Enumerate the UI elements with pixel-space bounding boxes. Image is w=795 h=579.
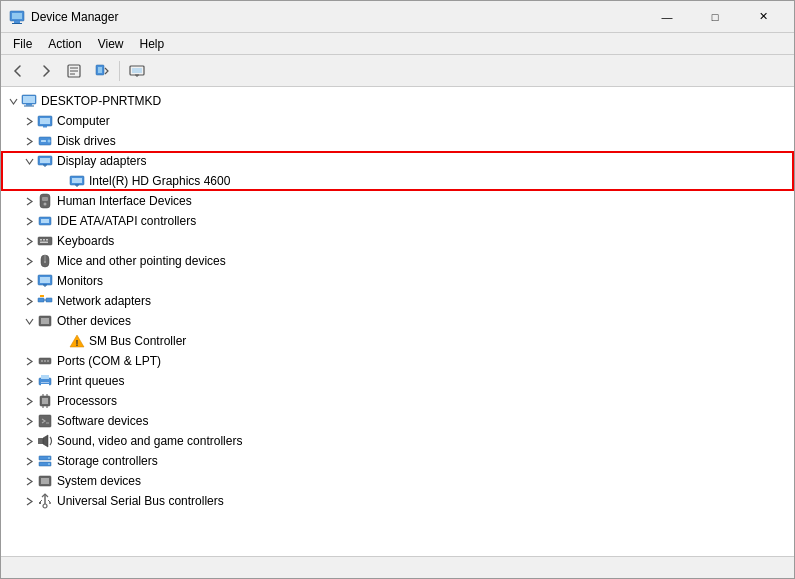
print-queues-label: Print queues (57, 374, 124, 388)
toggle-hid[interactable] (21, 193, 37, 209)
svg-point-58 (41, 360, 43, 362)
menu-file[interactable]: File (5, 33, 40, 54)
ports-label: Ports (COM & LPT) (57, 354, 161, 368)
display-view-button[interactable] (124, 58, 150, 84)
monitor-icon (37, 273, 53, 289)
svg-rect-38 (40, 239, 42, 241)
tree-item-computer[interactable]: Computer (1, 111, 794, 131)
hid-icon (37, 193, 53, 209)
tree-root[interactable]: DESKTOP-PNRTMKD (1, 91, 794, 111)
toggle-disk-drives[interactable] (21, 133, 37, 149)
menu-view[interactable]: View (90, 33, 132, 54)
toggle-root[interactable] (5, 93, 21, 109)
tree-item-ports[interactable]: Ports (COM & LPT) (1, 351, 794, 371)
toggle-mice[interactable] (21, 253, 37, 269)
tree-item-monitors[interactable]: Monitors (1, 271, 794, 291)
network-icon (37, 293, 53, 309)
tree-item-print-queues[interactable]: Print queues (1, 371, 794, 391)
close-button[interactable]: ✕ (740, 1, 786, 33)
system-icon (37, 473, 53, 489)
back-icon (10, 63, 26, 79)
svg-rect-25 (40, 158, 50, 163)
device-manager-window: Device Manager — □ ✕ File Action View He… (0, 0, 795, 579)
toggle-other-devices[interactable] (21, 313, 37, 329)
window-controls: — □ ✕ (644, 1, 786, 33)
device-tree[interactable]: DESKTOP-PNRTMKD Computer (1, 87, 794, 556)
svg-rect-54 (41, 318, 49, 324)
toggle-storage[interactable] (21, 453, 37, 469)
svg-rect-17 (24, 106, 34, 107)
ports-icon (37, 353, 53, 369)
tree-item-intel-graphics[interactable]: Intel(R) HD Graphics 4600 (1, 171, 794, 191)
tree-item-mice[interactable]: Mice and other pointing devices (1, 251, 794, 271)
svg-point-76 (48, 457, 50, 459)
keyboard-icon (37, 233, 53, 249)
svg-rect-33 (42, 197, 48, 201)
minimize-button[interactable]: — (644, 1, 690, 33)
main-content: DESKTOP-PNRTMKD Computer (1, 87, 794, 556)
svg-rect-46 (40, 277, 50, 283)
svg-rect-11 (132, 68, 142, 73)
svg-rect-41 (40, 242, 48, 244)
properties-button[interactable] (61, 58, 87, 84)
tree-item-keyboards[interactable]: Keyboards (1, 231, 794, 251)
tree-item-network[interactable]: Network adapters (1, 291, 794, 311)
svg-rect-1 (12, 13, 22, 19)
software-icon (37, 413, 53, 429)
toggle-monitors[interactable] (21, 273, 37, 289)
tree-item-usb[interactable]: Universal Serial Bus controllers (1, 491, 794, 511)
title-bar: Device Manager — □ ✕ (1, 1, 794, 33)
toggle-display-adapters[interactable] (21, 153, 37, 169)
tree-item-ide[interactable]: IDE ATA/ATAPI controllers (1, 211, 794, 231)
tree-item-disk-drives[interactable]: Disk drives (1, 131, 794, 151)
svg-text:!: ! (76, 338, 79, 348)
svg-point-22 (48, 140, 51, 143)
maximize-button[interactable]: □ (692, 1, 738, 33)
svg-rect-19 (40, 118, 50, 124)
toggle-system[interactable] (21, 473, 37, 489)
svg-rect-40 (46, 239, 48, 241)
tree-item-hid[interactable]: Human Interface Devices (1, 191, 794, 211)
svg-line-83 (48, 500, 50, 502)
keyboards-label: Keyboards (57, 234, 114, 248)
toggle-ide[interactable] (21, 213, 37, 229)
sm-bus-label: SM Bus Controller (89, 334, 186, 348)
status-bar (1, 556, 794, 578)
menu-help[interactable]: Help (132, 33, 173, 54)
toggle-processors[interactable] (21, 393, 37, 409)
ide-icon (37, 213, 53, 229)
warning-icon: ! (69, 333, 85, 349)
menu-action[interactable]: Action (40, 33, 89, 54)
usb-icon (37, 493, 53, 509)
disk-drives-label: Disk drives (57, 134, 116, 148)
tree-item-processors[interactable]: Processors (1, 391, 794, 411)
root-label: DESKTOP-PNRTMKD (41, 94, 161, 108)
toggle-computer[interactable] (21, 113, 37, 129)
svg-rect-50 (46, 298, 52, 302)
tree-item-sound[interactable]: Sound, video and game controllers (1, 431, 794, 451)
back-button[interactable] (5, 58, 31, 84)
tree-item-software-devices[interactable]: Software devices (1, 411, 794, 431)
storage-label: Storage controllers (57, 454, 158, 468)
svg-rect-36 (41, 219, 49, 223)
tree-item-sm-bus[interactable]: ! SM Bus Controller (1, 331, 794, 351)
tree-item-other-devices[interactable]: Other devices (1, 311, 794, 331)
display-adapters-label: Display adapters (57, 154, 146, 168)
tree-item-storage[interactable]: Storage controllers (1, 451, 794, 471)
tree-item-display-adapters[interactable]: Display adapters (1, 151, 794, 171)
tree-item-system[interactable]: System devices (1, 471, 794, 491)
toggle-keyboards[interactable] (21, 233, 37, 249)
toggle-print-queues[interactable] (21, 373, 37, 389)
svg-rect-37 (38, 237, 52, 245)
svg-rect-73 (38, 438, 43, 444)
toggle-software-devices[interactable] (21, 413, 37, 429)
menu-bar: File Action View Help (1, 33, 794, 55)
storage-icon (37, 453, 53, 469)
update-driver-button[interactable] (89, 58, 115, 84)
svg-rect-16 (26, 104, 32, 106)
toggle-network[interactable] (21, 293, 37, 309)
forward-button[interactable] (33, 58, 59, 84)
toggle-usb[interactable] (21, 493, 37, 509)
toggle-sound[interactable] (21, 433, 37, 449)
toggle-ports[interactable] (21, 353, 37, 369)
